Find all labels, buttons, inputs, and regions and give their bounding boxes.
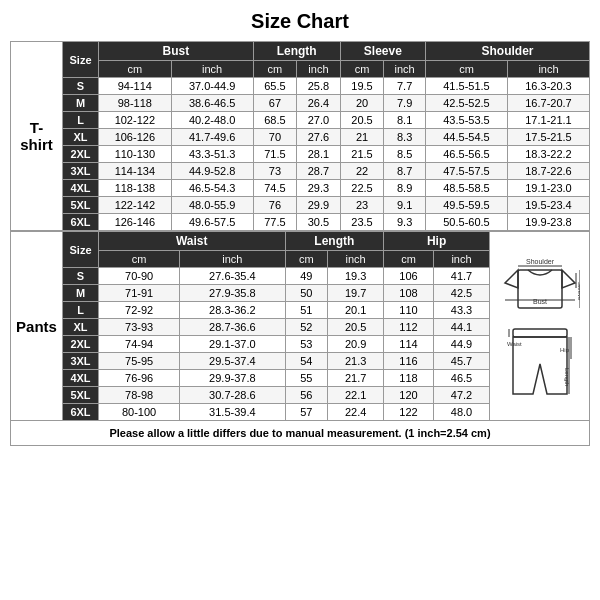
size-cell: XL	[63, 129, 99, 146]
tshirt-diagram: Shoulder Sleeve Bust Length	[500, 248, 580, 318]
pants-size-cell: 5XL	[63, 387, 99, 404]
table-row: XL 106-126 41.7-49.6 70 27.6 21 8.3 44.5…	[11, 129, 590, 146]
size-cell: 2XL	[63, 146, 99, 163]
pants-size-cell: 3XL	[63, 353, 99, 370]
pants-table: Pants Size Waist Length Hip	[10, 231, 590, 421]
sho-cm: cm	[425, 61, 507, 78]
pants-size-cell: 6XL	[63, 404, 99, 421]
sleeve-header: Sleeve	[340, 42, 425, 61]
table-row: 2XL 110-130 43.3-51.3 71.5 28.1 21.5 8.5…	[11, 146, 590, 163]
footer-note: Please allow a little differs due to man…	[10, 421, 590, 446]
bust-header: Bust	[99, 42, 254, 61]
pants-size-cell: S	[63, 268, 99, 285]
shoulder-header: Shoulder	[425, 42, 589, 61]
sho-inch: inch	[507, 61, 589, 78]
slv-cm: cm	[340, 61, 384, 78]
table-row: L 102-122 40.2-48.0 68.5 27.0 20.5 8.1 4…	[11, 112, 590, 129]
size-cell: L	[63, 112, 99, 129]
plen-header: Length	[285, 232, 384, 251]
table-row: M 98-118 38.6-46.5 67 26.4 20 7.9 42.5-5…	[11, 95, 590, 112]
hip-header: Hip	[384, 232, 490, 251]
pants-size-cell: 2XL	[63, 336, 99, 353]
bust-cm: cm	[99, 61, 172, 78]
pants-size-cell: M	[63, 285, 99, 302]
svg-text:Length: Length	[564, 368, 570, 386]
size-cell: 4XL	[63, 180, 99, 197]
tlen-inch: inch	[297, 61, 341, 78]
svg-text:Shoulder: Shoulder	[525, 258, 554, 265]
bust-inch: inch	[171, 61, 253, 78]
slv-inch: inch	[384, 61, 426, 78]
table-row: S 94-114 37.0-44.9 65.5 25.8 19.5 7.7 41…	[11, 78, 590, 95]
tlen-cm: cm	[253, 61, 297, 78]
waist-header: Waist	[99, 232, 286, 251]
size-chart-table: T-shirt Size Bust Length Sleeve Shoulder…	[10, 41, 590, 231]
pants-size-cell: 4XL	[63, 370, 99, 387]
table-row: 6XL 126-146 49.6-57.5 77.5 30.5 23.5 9.3…	[11, 214, 590, 231]
pants-size-header: Size	[63, 232, 99, 268]
length-header: Length	[253, 42, 340, 61]
pants-diagram: Waist Hip Length	[505, 324, 575, 404]
table-row: 4XL 118-138 46.5-54.3 74.5 29.3 22.5 8.9…	[11, 180, 590, 197]
svg-text:Bust: Bust	[532, 298, 546, 305]
tshirt-size-header: Size	[63, 42, 99, 78]
size-cell: 3XL	[63, 163, 99, 180]
table-row: 3XL 114-134 44.9-52.8 73 28.7 22 8.7 47.…	[11, 163, 590, 180]
size-cell: S	[63, 78, 99, 95]
svg-text:Sleeve: Sleeve	[577, 282, 580, 301]
page-title: Size Chart	[10, 10, 590, 33]
svg-text:Hip: Hip	[560, 347, 570, 353]
size-cell: 6XL	[63, 214, 99, 231]
pants-size-cell: L	[63, 302, 99, 319]
svg-rect-9	[513, 329, 567, 337]
svg-text:Waist: Waist	[507, 341, 522, 347]
table-row: 5XL 122-142 48.0-55.9 76 29.9 23 9.1 49.…	[11, 197, 590, 214]
diagram-cell: Shoulder Sleeve Bust Length Waist Hip Le…	[490, 232, 590, 421]
tshirt-label: T-shirt	[11, 42, 63, 231]
size-cell: 5XL	[63, 197, 99, 214]
pants-label: Pants	[11, 232, 63, 421]
pants-size-cell: XL	[63, 319, 99, 336]
size-cell: M	[63, 95, 99, 112]
